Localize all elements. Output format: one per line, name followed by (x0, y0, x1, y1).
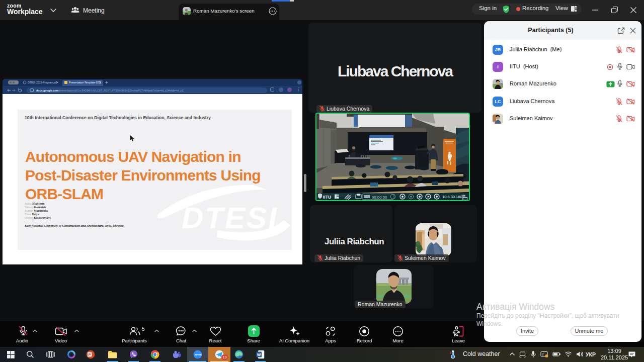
svg-text:Presentation-Template-DTE: Presentation-Template-DTE (69, 81, 102, 84)
svg-text:P: P (89, 352, 92, 357)
svg-text:2: 2 (542, 352, 544, 356)
svg-text:W: W (257, 352, 261, 357)
svg-text:docs.google.com/presentation/d: docs.google.com/presentation/d/1nv34O98I… (36, 88, 183, 92)
svg-text:00:00:00: 00:00:00 (372, 195, 387, 200)
svg-text:DTESI: DTESI (182, 201, 278, 235)
svg-text:zoom: zoom (195, 353, 202, 356)
svg-text:10.8.30.160: 10.8.30.160 (442, 195, 462, 199)
svg-text:DTESI-2025-Program.pdf: DTESI-2025-Program.pdf (28, 81, 57, 84)
svg-text:IITU: IITU (323, 195, 331, 200)
